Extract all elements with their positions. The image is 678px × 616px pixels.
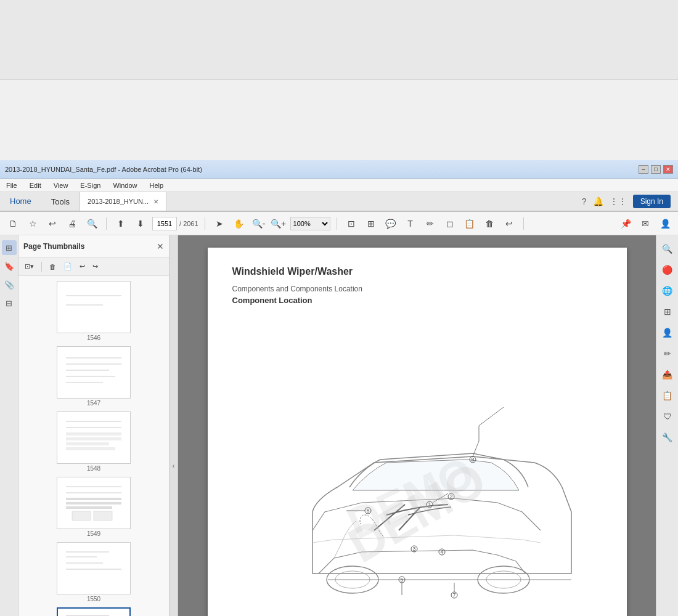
thumbnail-item-1548[interactable]: 1548 bbox=[57, 411, 131, 472]
left-icon-paperclip[interactable]: 📎 bbox=[2, 277, 17, 292]
thumbnail-num-1550: 1550 bbox=[87, 596, 100, 602]
star-button[interactable]: ☆ bbox=[25, 216, 41, 232]
right-tools-icon[interactable]: 🔧 bbox=[659, 429, 676, 446]
pdf-section-title: Component Location bbox=[232, 296, 602, 305]
thumb-undo-button[interactable]: ↩ bbox=[77, 261, 88, 272]
undo-button[interactable]: ↩ bbox=[501, 216, 517, 232]
help-button[interactable]: ? bbox=[582, 197, 587, 206]
right-search-icon[interactable]: 🔴 bbox=[659, 261, 676, 278]
next-page-button[interactable]: ⬇ bbox=[133, 216, 149, 232]
comment-button[interactable]: 💬 bbox=[383, 216, 399, 232]
right-zoom-icon[interactable]: 🔍 bbox=[659, 240, 676, 257]
left-icon-thumbnail[interactable]: ⊞ bbox=[2, 240, 17, 255]
thumbnail-panel-title: Page Thumbnails bbox=[23, 242, 84, 251]
thumbnail-item-1549[interactable]: 1549 bbox=[57, 477, 131, 537]
window-title: 2013-2018_HYUNDAI_Santa_Fe.pdf - Adobe A… bbox=[5, 166, 202, 173]
thumbnail-item-1551[interactable]: 1551 bbox=[57, 607, 131, 616]
svg-rect-15 bbox=[66, 447, 115, 450]
menu-edit[interactable]: Edit bbox=[27, 180, 44, 190]
left-icon-layers[interactable]: ⊟ bbox=[2, 296, 17, 310]
right-edit-icon[interactable]: ✏ bbox=[659, 345, 676, 362]
svg-text:3: 3 bbox=[412, 546, 415, 552]
page-navigation: / 2061 bbox=[152, 217, 198, 230]
stamp-button[interactable]: 📋 bbox=[462, 216, 478, 232]
menu-view[interactable]: View bbox=[51, 180, 71, 190]
thumbnail-toolbar: ⊡▾ 🗑 📄 ↩ ↪ bbox=[18, 257, 169, 276]
outer-chrome-top bbox=[0, 0, 678, 80]
page-number-input[interactable] bbox=[152, 217, 177, 230]
apps-button[interactable]: ⋮⋮ bbox=[610, 197, 627, 206]
car-diagram-svg: DEMO bbox=[239, 330, 596, 616]
shapes-button[interactable]: ◻ bbox=[442, 216, 458, 232]
thumbnail-item-1550[interactable]: 1550 bbox=[57, 542, 131, 602]
svg-rect-13 bbox=[66, 437, 121, 440]
minimize-button[interactable]: – bbox=[639, 165, 648, 174]
delete-button[interactable]: 🗑 bbox=[481, 216, 497, 232]
toolbar-sep-4 bbox=[523, 217, 524, 230]
pan-tool[interactable]: ✋ bbox=[231, 216, 247, 232]
tab-document[interactable]: 2013-2018_HYUN... ✕ bbox=[80, 192, 166, 211]
prev-page-button[interactable]: ⬆ bbox=[113, 216, 129, 232]
thumb-sep-1 bbox=[41, 262, 42, 272]
thumb-extract-button[interactable]: 📄 bbox=[61, 261, 75, 272]
svg-rect-12 bbox=[66, 432, 121, 436]
menu-window[interactable]: Window bbox=[110, 180, 139, 190]
tab-bar: Home Tools 2013-2018_HYUN... ✕ ? 🔔 ⋮⋮ Si… bbox=[0, 192, 678, 212]
cursor-tool[interactable]: ➤ bbox=[211, 216, 227, 232]
menu-esign[interactable]: E-Sign bbox=[78, 180, 103, 190]
toolbar-sep-2 bbox=[205, 217, 205, 230]
restore-button[interactable]: □ bbox=[651, 165, 661, 174]
draw-button[interactable]: ✏ bbox=[422, 216, 438, 232]
main-area: ⊞ 🔖 📎 ⊟ Page Thumbnails ✕ ⊡▾ 🗑 📄 ↩ ↪ bbox=[0, 235, 678, 616]
right-organize-icon[interactable]: ⊞ bbox=[659, 303, 676, 320]
svg-rect-20 bbox=[66, 502, 121, 505]
right-user-icon[interactable]: 👤 bbox=[659, 324, 676, 341]
thumb-delete-button[interactable]: 🗑 bbox=[47, 262, 59, 272]
thumbnail-num-1548: 1548 bbox=[87, 465, 100, 472]
zoom-out-button[interactable]: 🔍- bbox=[251, 216, 267, 232]
fit-width-button[interactable]: ⊡ bbox=[343, 216, 359, 232]
menu-bar: File Edit View E-Sign Window Help bbox=[0, 179, 678, 192]
svg-text:2: 2 bbox=[449, 493, 452, 500]
close-button[interactable]: ✕ bbox=[663, 165, 673, 174]
search-button[interactable]: 🔍 bbox=[84, 216, 100, 232]
right-shield-icon[interactable]: 🛡 bbox=[659, 408, 676, 425]
print-button[interactable]: 🖨 bbox=[64, 216, 80, 232]
sign-in-button[interactable]: Sign In bbox=[633, 195, 671, 208]
pdf-page-title: Windshield Wiper/Washer bbox=[232, 266, 602, 277]
right-tool-3[interactable]: 👤 bbox=[657, 216, 673, 232]
diagram-area: DEMO bbox=[232, 315, 602, 616]
thumbnail-item-1547[interactable]: 1547 bbox=[57, 346, 131, 407]
thumbnail-close-button[interactable]: ✕ bbox=[157, 241, 164, 251]
right-translate-icon[interactable]: 🌐 bbox=[659, 282, 676, 299]
right-sign-icon[interactable]: 📋 bbox=[659, 387, 676, 404]
panel-collapse-handle[interactable]: ‹ bbox=[170, 235, 178, 616]
thumbnail-header: Page Thumbnails ✕ bbox=[18, 235, 169, 257]
svg-text:7: 7 bbox=[452, 592, 455, 598]
menu-file[interactable]: File bbox=[4, 180, 20, 190]
thumb-view-button[interactable]: ⊡▾ bbox=[22, 261, 36, 272]
tab-close-button[interactable]: ✕ bbox=[153, 198, 158, 205]
right-tool-2[interactable]: ✉ bbox=[637, 216, 653, 232]
thumbnail-item-1546[interactable]: 1546 bbox=[57, 281, 131, 341]
highlight-button[interactable]: T bbox=[402, 216, 419, 232]
zoom-select[interactable]: 100% 75% 125% 150% Fit Page bbox=[290, 217, 330, 230]
menu-help[interactable]: Help bbox=[147, 180, 166, 190]
tab-tools[interactable]: Tools bbox=[41, 192, 80, 211]
toolbar: 🗋 ☆ ↩ 🖨 🔍 ⬆ ⬇ / 2061 ➤ ✋ 🔍- 🔍+ 100% 75% … bbox=[0, 212, 678, 235]
svg-rect-0 bbox=[60, 283, 128, 331]
svg-rect-23 bbox=[94, 511, 112, 521]
thumb-redo-button[interactable]: ↪ bbox=[90, 261, 100, 272]
svg-text:6: 6 bbox=[366, 508, 369, 514]
zoom-in-button[interactable]: 🔍+ bbox=[271, 216, 287, 232]
back-button[interactable]: ↩ bbox=[44, 216, 60, 232]
svg-rect-14 bbox=[66, 442, 109, 445]
left-icon-bookmark[interactable]: 🔖 bbox=[2, 259, 17, 274]
fit-page-button[interactable]: ⊞ bbox=[363, 216, 379, 232]
notifications-button[interactable]: 🔔 bbox=[593, 197, 603, 206]
new-button[interactable]: 🗋 bbox=[5, 216, 21, 232]
svg-rect-21 bbox=[66, 506, 112, 509]
tab-home[interactable]: Home bbox=[0, 192, 41, 211]
right-export-icon[interactable]: 📤 bbox=[659, 366, 676, 383]
right-tool-1[interactable]: 📌 bbox=[618, 216, 634, 232]
